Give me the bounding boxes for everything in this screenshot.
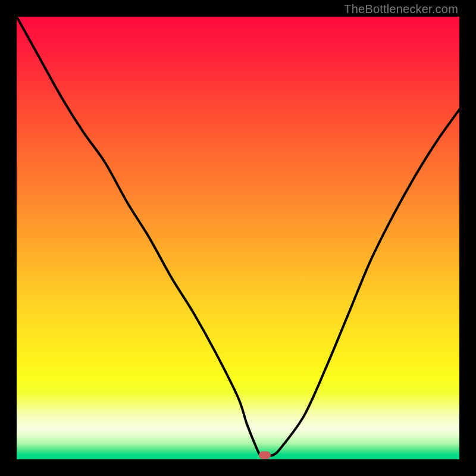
bottleneck-curve <box>17 17 459 459</box>
chart-plot-area <box>17 17 459 459</box>
optimal-marker <box>259 451 271 459</box>
chart-frame: TheBottlenecker.com <box>0 0 476 476</box>
curve-path <box>17 17 459 456</box>
watermark-label: TheBottlenecker.com <box>344 2 458 16</box>
